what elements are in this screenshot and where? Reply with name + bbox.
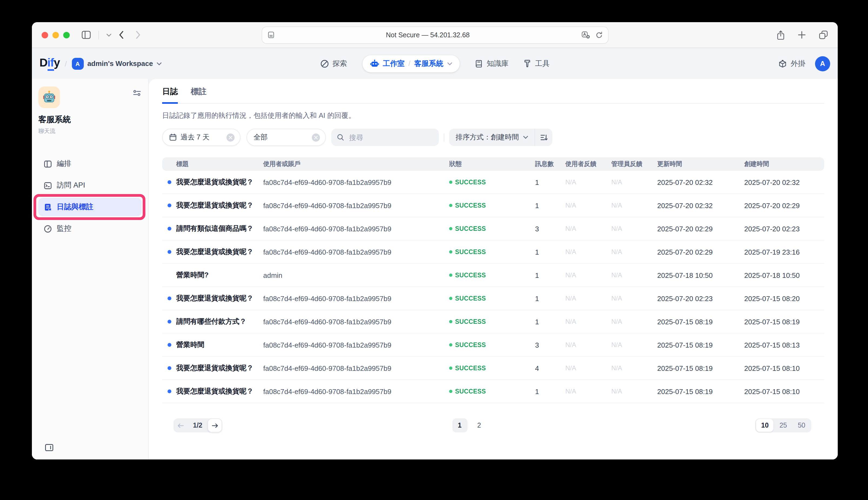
address-bar[interactable]: Not Secure — 54.201.32.68 [261,26,608,44]
chevron-down-icon [523,136,528,139]
reload-icon[interactable] [595,31,602,39]
log-title: 我要怎麼退貨或換貨呢？ [176,248,253,256]
nav-tools[interactable]: 工具 [524,59,550,68]
status-dot-icon [449,227,453,230]
log-user: fa08c7d4-ef69-4d60-9708-fa1b2a9957b9 [263,364,449,372]
table-row[interactable]: 營業時間 fa08c7d4-ef69-4d60-9708-fa1b2a9957b… [162,333,824,357]
nav-studio-current-app[interactable]: 工作室 / 客服系統 [362,55,460,72]
log-title: 我要怎麼退貨或換貨呢？ [176,201,253,209]
translate-icon[interactable] [581,31,590,39]
tab-overview-icon[interactable] [819,30,828,39]
user-avatar[interactable]: A [815,56,830,71]
col-created: 創建時間 [744,160,824,168]
unread-dot [168,250,171,254]
sort-selector[interactable]: 排序方式：創建時間 [449,133,535,142]
col-status: 狀態 [449,160,535,168]
table-row[interactable]: 請問有類似這個商品嗎？ fa08c7d4-ef69-4d60-9708-fa1b… [162,217,824,240]
chevron-down-icon[interactable] [106,33,111,36]
log-title: 請問有類似這個商品嗎？ [176,224,253,232]
back-button[interactable] [119,31,124,39]
sidebar-item-logs-annotations[interactable]: 日誌與標註 [38,198,141,216]
log-user: fa08c7d4-ef69-4d60-9708-fa1b2a9957b9 [263,201,449,209]
reader-icon[interactable] [267,31,274,38]
sidebar-item-orchestrate[interactable]: 編排 [38,155,141,173]
close-window-button[interactable] [42,32,48,38]
sidebar-item-monitoring[interactable]: 監控 [38,219,141,238]
table-row[interactable]: 我要怎麼退貨或換貨呢？ fa08c7d4-ef69-4d60-9708-fa1b… [162,171,824,194]
clear-date-filter-icon[interactable] [227,133,235,141]
status-label: SUCCESS [455,318,486,325]
sort-direction-icon[interactable] [535,129,552,146]
search-input[interactable] [348,133,433,142]
page-number-1[interactable]: 1 [452,418,467,432]
table-row[interactable]: 請問有哪些付款方式？ fa08c7d4-ef69-4d60-9708-fa1b2… [162,310,824,333]
log-updated-time: 2025-07-15 08:19 [657,387,744,395]
log-status: SUCCESS [449,179,535,185]
status-label: SUCCESS [455,225,486,232]
date-range-value: 過去 7 天 [181,133,209,142]
log-title: 我要怎麼退貨或換貨呢？ [176,387,253,395]
page-number-2[interactable]: 2 [471,418,487,432]
page-stepper: 1/2 [173,418,222,432]
sort-value: 排序方式：創建時間 [456,133,519,142]
log-title-cell: 我要怎麼退貨或換貨呢？ [162,177,263,187]
screen: Not Secure — 54.201.32.68 [0,0,868,500]
nav-explore[interactable]: 探索 [320,59,347,68]
page-size-selector: 10 25 50 [755,418,811,432]
share-icon[interactable] [777,30,785,40]
tabs: 日誌 標註 [162,87,824,104]
unread-dot [168,180,171,184]
explore-icon [320,59,329,68]
table-row[interactable]: 我要怎麼退貨或換貨呢？ fa08c7d4-ef69-4d60-9708-fa1b… [162,240,824,264]
table-body: 我要怎麼退貨或換貨呢？ fa08c7d4-ef69-4d60-9708-fa1b… [162,171,824,403]
date-range-filter[interactable]: 過去 7 天 [162,129,240,146]
annotation-filter[interactable]: 全部 [247,129,326,146]
page-size-50[interactable]: 50 [793,419,810,432]
status-dot-icon [449,390,453,393]
zoom-window-button[interactable] [63,32,70,38]
table-row[interactable]: 我要怎麼退貨或換貨呢？ fa08c7d4-ef69-4d60-9708-fa1b… [162,357,824,380]
dify-logo[interactable]: Dify [39,56,60,71]
log-message-count: 1 [535,318,566,326]
forward-button[interactable] [136,31,140,39]
unread-dot [168,227,171,230]
previous-page-button[interactable] [173,418,187,432]
workspace-selector[interactable]: A admin's Workspace [72,58,162,69]
status-dot-icon [449,297,453,300]
status-label: SUCCESS [455,388,486,395]
next-page-button[interactable] [208,418,222,432]
table-row[interactable]: 我要怎麼退貨或換貨呢？ fa08c7d4-ef69-4d60-9708-fa1b… [162,287,824,310]
collapse-sidebar-icon[interactable] [45,444,54,451]
tab-logs[interactable]: 日誌 [162,87,178,104]
nav-studio-label: 工作室 [382,59,404,68]
log-created-time: 2025-07-18 10:50 [744,271,824,279]
log-created-time: 2025-07-15 08:20 [744,294,824,303]
nav-knowledge[interactable]: 知識庫 [475,59,509,68]
table-row[interactable]: 我要怎麼退貨或換貨呢？ fa08c7d4-ef69-4d60-9708-fa1b… [162,194,824,217]
page-size-25[interactable]: 25 [775,419,792,432]
nav-plugins[interactable]: 外掛 [778,59,805,68]
log-created-time: 2025-07-15 08:13 [744,341,824,349]
titlebar-divider [98,31,99,39]
table-row[interactable]: 我要怎麼退貨或換貨呢？ fa08c7d4-ef69-4d60-9708-fa1b… [162,380,824,403]
log-updated-time: 2025-07-20 02:29 [657,225,744,233]
search-box[interactable] [331,129,439,146]
nav-knowledge-label: 知識庫 [487,59,509,68]
log-title-cell: 我要怎麼退貨或換貨呢？ [162,386,263,396]
sidebar-item-access-api[interactable]: 訪問 API [38,176,141,195]
log-status: SUCCESS [449,249,535,255]
sidebar-toggle-icon[interactable] [82,31,91,39]
clear-annotation-filter-icon[interactable] [312,133,320,141]
log-message-count: 1 [535,178,566,186]
tab-annotations[interactable]: 標註 [191,87,206,104]
table-row[interactable]: 營業時間? admin SUCCESS 1 N/A N/A 2025-07-18… [162,264,824,287]
log-admin-feedback: N/A [611,202,657,209]
sidebar-item-label: 編排 [57,159,71,169]
minimize-window-button[interactable] [53,32,59,38]
breadcrumb-separator: / [65,59,67,68]
new-tab-icon[interactable] [798,31,806,39]
log-document-icon [44,203,52,211]
log-created-time: 2025-07-20 02:29 [744,201,824,209]
app-settings-icon[interactable] [133,90,141,96]
page-size-10[interactable]: 10 [756,419,774,432]
